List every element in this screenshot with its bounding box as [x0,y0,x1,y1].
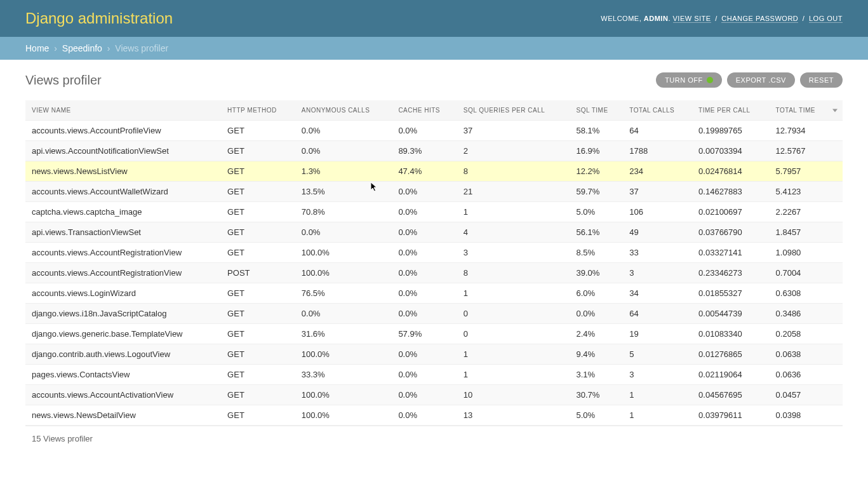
column-header[interactable]: TIME PER CALL [692,100,769,121]
table-cell: 0.00544739 [692,304,769,324]
table-row[interactable]: api.views.TransactionViewSetGET0.0%0.0%4… [25,222,843,243]
object-tools: TURN OFF EXPORT .CSV RESET [656,72,843,88]
table-cell: GET [221,141,295,161]
breadcrumb-home[interactable]: Home [25,43,49,53]
table-cell: 1.8457 [770,222,843,243]
table-cell: 3 [623,263,692,283]
table-cell: 34 [623,283,692,304]
branding: Django administration [25,10,173,27]
table-cell: accounts.views.AccountRegistrationView [25,243,221,263]
column-header[interactable]: TOTAL TIME [770,100,843,121]
reset-button[interactable]: RESET [800,72,843,88]
table-cell: 64 [623,121,692,141]
table-cell: 33.3% [295,365,392,385]
column-header[interactable]: VIEW NAME [25,100,221,121]
table-cell: 49 [623,222,692,243]
table-row[interactable]: accounts.views.AccountRegistrationViewPO… [25,263,843,283]
table-row[interactable]: news.views.NewsDetailViewGET100.0%0.0%13… [25,405,843,426]
table-row[interactable]: news.views.NewsListViewGET1.3%47.4%812.2… [25,161,843,182]
breadcrumb-separator: › [54,43,57,53]
table-row[interactable]: accounts.views.LoginWizardGET76.5%0.0%16… [25,283,843,304]
table-cell: 59.7% [570,182,623,202]
table-cell: GET [221,344,295,365]
content-header: Views profiler TURN OFF EXPORT .CSV RESE… [25,72,843,88]
table-cell: 0.0% [295,304,392,324]
table-cell: 0.2058 [770,324,843,344]
table-cell: 0.0457 [770,385,843,405]
column-header[interactable]: SQL TIME [570,100,623,121]
table-cell: 12.7934 [770,121,843,141]
table-cell: accounts.views.AccountRegistrationView [25,263,221,283]
breadcrumb-current: Views profiler [115,43,168,53]
table-row[interactable]: accounts.views.AccountRegistrationViewGE… [25,243,843,263]
table-row[interactable]: captcha.views.captcha_imageGET70.8%0.0%1… [25,202,843,222]
table-cell: 13 [457,405,570,426]
header: Django administration WELCOME, ADMIN. VI… [0,0,868,37]
table-cell: 0.0% [392,182,457,202]
table-row[interactable]: accounts.views.AccountActivationViewGET1… [25,385,843,405]
table-row[interactable]: django.views.i18n.JavaScriptCatalogGET0.… [25,304,843,324]
table-cell: 0.0% [392,202,457,222]
table-cell: 0.02119064 [692,365,769,385]
breadcrumb-separator: › [107,43,110,53]
table-cell: 33 [623,243,692,263]
table-row[interactable]: accounts.views.AccountWalletWizardGET13.… [25,182,843,202]
view-site-link[interactable]: VIEW SITE [673,15,711,23]
table-cell: 100.0% [295,243,392,263]
table-cell: 56.1% [570,222,623,243]
table-cell: 5.0% [570,202,623,222]
table-cell: 70.8% [295,202,392,222]
table-cell: 76.5% [295,283,392,304]
status-dot-icon [707,77,713,83]
table-row[interactable]: accounts.views.AccountProfileViewGET0.0%… [25,121,843,141]
table-cell: pages.views.ContactsView [25,365,221,385]
logout-link[interactable]: LOG OUT [809,15,843,23]
table-cell: 0.0% [570,304,623,324]
table-cell: accounts.views.LoginWizard [25,283,221,304]
breadcrumb-app[interactable]: Speedinfo [62,43,102,53]
table-cell: 0.0% [392,283,457,304]
table-cell: 12.2% [570,161,623,182]
column-header[interactable]: HTTP METHOD [221,100,295,121]
export-csv-button[interactable]: EXPORT .CSV [727,72,795,88]
table-cell: 100.0% [295,385,392,405]
table-row[interactable]: django.views.generic.base.TemplateViewGE… [25,324,843,344]
change-password-link[interactable]: CHANGE PASSWORD [721,15,798,23]
column-header[interactable]: ANONYMOUS CALLS [295,100,392,121]
paginator: 15 Views profiler [25,426,843,451]
user-tools: WELCOME, ADMIN. VIEW SITE / CHANGE PASSW… [601,15,843,22]
table-cell: django.views.i18n.JavaScriptCatalog [25,304,221,324]
table-cell: 0.0% [392,243,457,263]
column-header[interactable]: CACHE HITS [392,100,457,121]
turn-off-button[interactable]: TURN OFF [656,72,722,88]
table-cell: 39.0% [570,263,623,283]
table-cell: 5.0% [570,405,623,426]
table-cell: GET [221,121,295,141]
table-cell: GET [221,405,295,426]
table-cell: 1 [623,385,692,405]
table-cell: 0.01276865 [692,344,769,365]
table-row[interactable]: api.views.AccountNotificationViewSetGET0… [25,141,843,161]
table-cell: 100.0% [295,344,392,365]
table-cell: 0.0% [295,121,392,141]
table-cell: 1 [457,283,570,304]
table-cell: GET [221,182,295,202]
table-cell: 8 [457,161,570,182]
content: Views profiler TURN OFF EXPORT .CSV RESE… [0,60,868,464]
table-cell: 37 [623,182,692,202]
table-cell: GET [221,385,295,405]
table-row[interactable]: django.contrib.auth.views.LogoutViewGET1… [25,344,843,365]
column-header[interactable]: SQL QUERIES PER CALL [457,100,570,121]
separator: / [803,15,805,22]
table-cell: 12.5767 [770,141,843,161]
table-cell: 5 [623,344,692,365]
table-cell: 0.0% [392,263,457,283]
table-cell: 100.0% [295,263,392,283]
column-header[interactable]: TOTAL CALLS [623,100,692,121]
table-cell: 47.4% [392,161,457,182]
turn-off-label: TURN OFF [665,76,703,84]
table-cell: 0.0% [295,141,392,161]
table-row[interactable]: pages.views.ContactsViewGET33.3%0.0%13.1… [25,365,843,385]
table-cell: 0.19989765 [692,121,769,141]
table-cell: 0.03327141 [692,243,769,263]
